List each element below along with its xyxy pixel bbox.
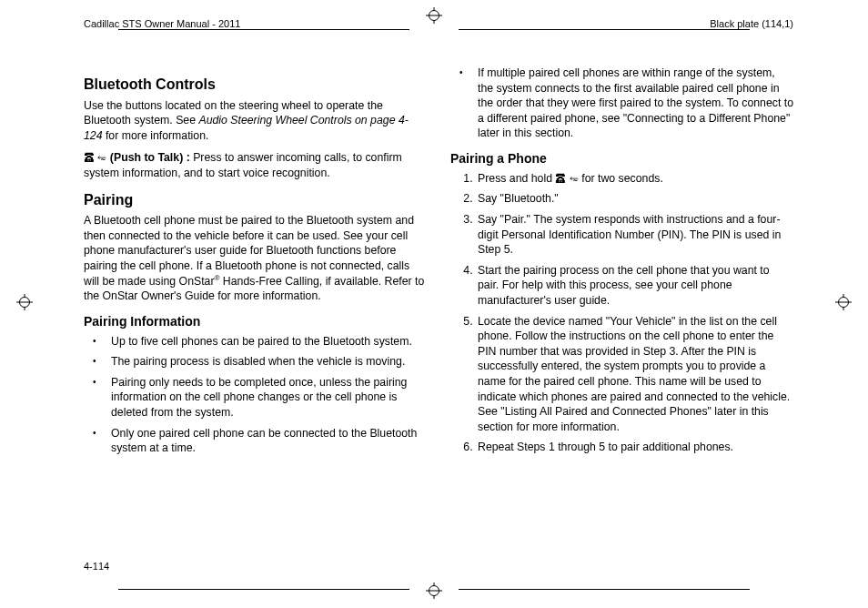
right-column: If multiple paired cell phones are withi… <box>450 66 793 553</box>
list-item: Start the pairing process on the cell ph… <box>476 263 793 309</box>
list-item: Say "Bluetooth." <box>476 191 793 207</box>
section-heading-pairing: Pairing <box>84 190 427 210</box>
pairing-info-list: Up to five cell phones can be paired to … <box>84 334 427 456</box>
paragraph: Use the buttons located on the steering … <box>84 98 427 144</box>
plate-label: Black plate (114,1) <box>710 18 793 29</box>
rule-line <box>459 589 750 590</box>
rule-line <box>118 589 409 590</box>
register-mark-top <box>379 7 489 27</box>
list-item: Say "Pair." The system responds with ins… <box>476 212 793 258</box>
list-item: Repeat Steps 1 through 5 to pair additio… <box>476 440 793 455</box>
text: for more information. <box>103 129 209 142</box>
page-number: 4-114 <box>84 561 109 572</box>
list-item: Pairing only needs to be completed once,… <box>109 375 427 421</box>
push-to-talk-icon: 🕿 ⥳ <box>555 172 578 185</box>
list-item: Press and hold 🕿 ⥳ for two seconds. <box>476 171 793 187</box>
paragraph-push-to-talk: 🕿 ⥳ (Push to Talk) : Press to answer inc… <box>84 150 427 180</box>
paragraph: A Bluetooth cell phone must be paired to… <box>84 213 427 304</box>
text: for two seconds. <box>579 172 663 185</box>
push-to-talk-icon: 🕿 ⥳ <box>84 151 106 164</box>
rule-line <box>118 29 409 30</box>
register-mark-bottom <box>379 583 489 603</box>
list-item: The pairing process is disabled when the… <box>109 354 427 370</box>
list-item: Only one paired cell phone can be connec… <box>109 426 427 456</box>
continued-list: If multiple paired cell phones are withi… <box>450 66 793 141</box>
rule-line <box>459 29 750 30</box>
manual-title: Cadillac STS Owner Manual - 2011 <box>84 18 240 29</box>
pairing-steps: Press and hold 🕿 ⥳ for two seconds. Say … <box>450 171 793 455</box>
subheading-pairing-a-phone: Pairing a Phone <box>450 150 793 167</box>
text: Press and hold <box>478 172 555 185</box>
page-body: Bluetooth Controls Use the buttons locat… <box>84 66 793 553</box>
inline-label: (Push to Talk) : <box>106 151 193 164</box>
section-heading-bluetooth-controls: Bluetooth Controls <box>84 75 427 95</box>
list-item: If multiple paired cell phones are withi… <box>476 66 793 141</box>
subheading-pairing-information: Pairing Information <box>84 313 427 330</box>
register-mark-left <box>16 294 33 314</box>
register-mark-right <box>835 294 852 314</box>
list-item: Up to five cell phones can be paired to … <box>109 334 427 350</box>
left-column: Bluetooth Controls Use the buttons locat… <box>84 66 427 553</box>
list-item: Locate the device named "Your Vehicle" i… <box>476 314 793 435</box>
